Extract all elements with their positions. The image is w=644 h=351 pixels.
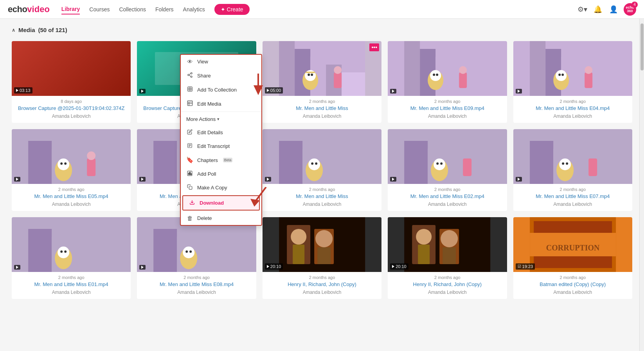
header: echovideo Library Courses Collections Fo… [0,0,644,19]
svg-point-87 [190,250,192,253]
user-icon[interactable]: 👤 [608,4,619,15]
settings-icon[interactable]: ⚙▾ [577,4,588,15]
header-right: ⚙▾ 🔔 👤 echo360 4 [577,3,636,16]
media-card[interactable]: 03:13 8 days ago Browser Capture @2025-0… [12,41,131,123]
card-title[interactable]: Mr. Men and Little Miss E05.mp4 [15,193,128,200]
menu-item-edit-media[interactable]: Edit Media [181,97,261,111]
card-info: 2 months ago Henry II, Richard, John (Co… [263,272,381,299]
menu-item-view[interactable]: 👁 View [181,55,261,68]
card-title[interactable]: Batman edited (Copy) (Copy) [516,281,629,288]
more-actions-label: More Actions [186,116,216,122]
svg-rect-10 [306,72,315,73]
card-title[interactable]: Henry II, Richard, John (Copy) [266,281,378,288]
card-author: Amanda Leibovich [516,202,629,207]
media-card[interactable]: 2 months ago Mr. Men and Little Miss E07… [513,129,632,211]
card-title[interactable]: Mr. Men and Little Miss E02.mp4 [391,193,504,200]
media-card[interactable]: 2 months ago Mr. Men and Little Miss Ama… [263,129,381,211]
svg-rect-52 [279,141,302,184]
menu-item-label: Download [200,200,224,206]
menu-item-edit-transcript[interactable]: Edit Transcript [181,139,261,153]
menu-item-add-collection[interactable]: Add To Collection [181,83,261,97]
nav-library[interactable]: Library [61,4,80,14]
section-chevron[interactable]: ∧ [12,27,15,33]
thumbnail: ••• 05:00 [263,41,381,96]
share-icon [186,72,193,79]
menu-item-share[interactable]: Share [181,68,261,83]
card-author: Amanda Leibovich [391,202,504,207]
card-author: Amanda Leibovich [516,290,629,295]
card-date: 2 months ago [516,275,629,280]
media-card[interactable]: 2 months ago Mr. Men and Little Miss E08… [137,217,256,299]
beta-badge: Beta [223,158,233,162]
svg-rect-105 [534,221,612,233]
menu-item-label: Make A Copy [197,185,227,191]
card-info: 2 months ago Mr. Men and Little Miss Ama… [263,96,381,123]
duration-badge [390,89,396,94]
svg-rect-130 [189,172,190,175]
section-title: Media [18,27,35,33]
media-card-active[interactable]: ••• 05:00 2 months ago Mr. Men and Littl… [263,41,381,123]
card-title[interactable]: Mr. Men and Little Miss E01.mp4 [15,281,128,288]
svg-rect-92 [293,245,304,264]
create-button[interactable]: ✦ Create [214,4,250,15]
card-title[interactable]: Mr. Men and Little Miss E09.mp4 [391,105,504,112]
svg-point-30 [561,74,564,76]
card-date: 2 months ago [266,187,378,192]
bell-icon[interactable]: 🔔 [592,4,603,15]
card-title[interactable]: Mr. Men and Little Miss E04.mp4 [516,105,629,112]
svg-rect-59 [404,141,428,184]
svg-point-79 [60,250,63,253]
card-author: Amanda Leibovich [15,290,128,295]
media-card[interactable]: 2 months ago Mr. Men and Little Miss E04… [513,41,632,123]
logo[interactable]: echovideo [8,4,50,14]
nav-analytics[interactable]: Analytics [183,5,205,14]
media-card[interactable]: 2 months ago Mr. Men and Little Miss E01… [12,217,131,299]
cartoon-bg [513,41,632,96]
card-title[interactable]: Henry II, Richard, John (Copy) [391,281,504,288]
card-title[interactable]: Mr. Men and Little Miss [266,105,378,112]
menu-item-label: Delete [197,215,212,221]
media-options-button[interactable]: ••• [369,43,379,51]
media-card[interactable]: 2 months ago Mr. Men and Little Miss E05… [12,129,131,211]
svg-point-18 [430,70,441,81]
svg-rect-21 [459,72,467,88]
media-card[interactable]: 20:10 2 months ago Henry II, Richard, Jo… [388,217,507,299]
context-menu: 👁 View Share Add To Collection [180,54,262,226]
nav-collections[interactable]: Collections [119,5,146,14]
notification-badge: 4 [631,2,638,8]
duration-badge: 05:00 [265,87,283,94]
svg-point-38 [60,162,63,165]
menu-item-chapters[interactable]: 🔖 Chapters Beta [181,153,261,167]
svg-text:CORRUPTION: CORRUPTION [546,243,599,252]
nav-folders[interactable]: Folders [155,5,174,14]
card-title[interactable]: Mr. Men and Little Miss E08.mp4 [140,281,253,288]
svg-point-19 [433,74,435,76]
card-info: 2 months ago Mr. Men and Little Miss E07… [513,184,632,211]
svg-rect-40 [87,158,95,176]
thumbnail [388,41,507,96]
menu-item-download[interactable]: Download [182,195,260,211]
duration-badge [139,89,146,94]
thumbnail [513,129,632,184]
media-card[interactable]: 2 months ago Mr. Men and Little Miss E02… [388,129,507,211]
scrollbar[interactable] [639,19,644,307]
add-collection-icon [186,86,193,93]
nav-courses[interactable]: Courses [89,5,110,14]
svg-point-55 [308,158,320,170]
svg-rect-31 [585,72,592,88]
menu-item-delete[interactable]: 🗑 Delete [181,211,261,225]
card-title[interactable]: Browser Capture @2025-01-30T19:04:02.374… [15,105,128,112]
menu-more-actions[interactable]: More Actions ▾ [181,113,261,126]
svg-point-64 [440,162,443,165]
media-card[interactable]: CORRUPTION ☑ 19:23 2 months ago Batman e… [513,217,632,299]
card-title[interactable]: Mr. Men and Little Miss E07.mp4 [516,193,629,200]
media-card[interactable]: 20:10 2 months ago Henry II, Richard, Jo… [263,217,381,299]
menu-item-edit-details[interactable]: Edit Details [181,126,261,139]
menu-item-add-poll[interactable]: Add Poll [181,167,261,181]
media-card[interactable]: 2 months ago Mr. Men and Little Miss E09… [388,41,507,123]
card-title[interactable]: Mr. Men and Little Miss [266,193,378,200]
svg-rect-131 [191,174,191,175]
scrollbar-thumb[interactable] [640,23,644,70]
svg-point-29 [558,74,561,76]
menu-item-make-copy[interactable]: Make A Copy [181,181,261,194]
